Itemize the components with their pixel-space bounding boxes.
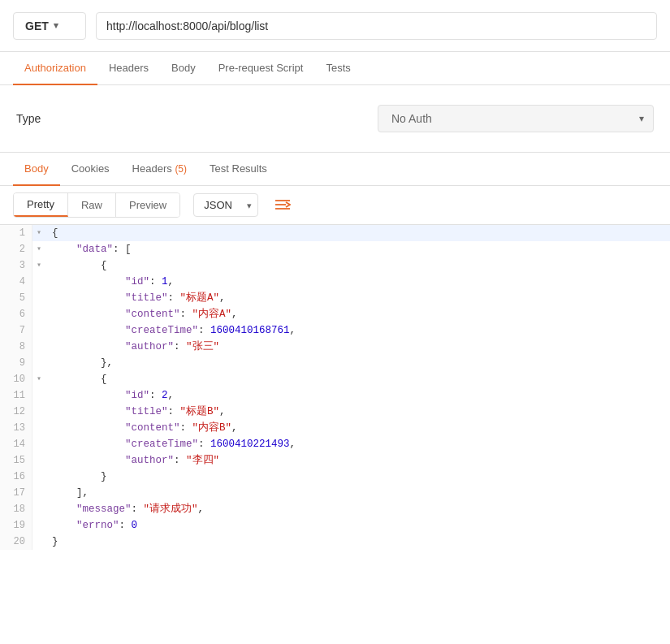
- format-type-wrapper: JSON XML HTML Text ▾: [193, 193, 258, 217]
- line-number: 19: [0, 517, 32, 534]
- headers-badge: (5): [175, 163, 187, 175]
- tab-tests[interactable]: Tests: [314, 52, 361, 85]
- table-row: 7 "createTime": 1600410168761,: [0, 322, 670, 339]
- line-number: 12: [0, 404, 32, 420]
- tab-pre-request-script[interactable]: Pre-request Script: [207, 52, 315, 85]
- tab-authorization[interactable]: Authorization: [13, 52, 97, 85]
- line-number: 5: [0, 290, 32, 306]
- table-row: 8 "author": "张三": [0, 339, 670, 355]
- format-type-select[interactable]: JSON XML HTML Text: [193, 193, 258, 217]
- line-number: 9: [0, 355, 32, 371]
- line-content: "message": "请求成功",: [45, 501, 210, 517]
- tab-response-cookies[interactable]: Cookies: [60, 153, 121, 186]
- line-toggle[interactable]: ▾: [32, 257, 45, 274]
- line-number: 6: [0, 306, 32, 322]
- format-tabs: Pretty Raw Preview: [13, 192, 180, 218]
- table-row: 15 "author": "李四": [0, 452, 670, 469]
- table-row: 14 "createTime": 1600410221493,: [0, 436, 670, 452]
- line-content: "createTime": 1600410168761,: [45, 322, 302, 339]
- line-content: "data": [: [45, 241, 138, 257]
- table-row: 18 "message": "请求成功",: [0, 501, 670, 517]
- line-number: 20: [0, 534, 32, 550]
- tab-response-body[interactable]: Body: [13, 153, 60, 186]
- line-content: }: [45, 534, 65, 550]
- table-row: 17 ],: [0, 485, 670, 501]
- table-row: 10▾ {: [0, 371, 670, 387]
- line-content: "createTime": 1600410221493,: [45, 436, 302, 452]
- line-number: 11: [0, 387, 32, 404]
- auth-row: Type No Auth Bearer Token Basic Auth API…: [16, 105, 654, 132]
- line-number: 13: [0, 420, 32, 436]
- response-toolbar: Pretty Raw Preview JSON XML HTML Text ▾: [0, 186, 670, 225]
- line-content: {: [45, 257, 114, 274]
- line-content: "author": "张三": [45, 339, 226, 355]
- line-toggle[interactable]: ▾: [32, 371, 45, 387]
- auth-section: Type No Auth Bearer Token Basic Auth API…: [0, 85, 670, 153]
- line-number: 18: [0, 501, 32, 517]
- table-row: 6 "content": "内容A",: [0, 306, 670, 322]
- line-number: 2: [0, 241, 32, 257]
- line-number: 10: [0, 371, 32, 387]
- chevron-down-icon: ▾: [54, 20, 58, 31]
- code-editor: 1▾{2▾ "data": [3▾ {4 "id": 1,5 "title": …: [0, 225, 670, 550]
- table-row: 20 }: [0, 534, 670, 550]
- table-row: 1▾{: [0, 225, 670, 241]
- line-content: "title": "标题B",: [45, 404, 232, 420]
- line-content: },: [45, 355, 119, 371]
- url-input[interactable]: [96, 12, 657, 40]
- format-pretty-button[interactable]: Pretty: [14, 193, 68, 217]
- line-number: 8: [0, 339, 32, 355]
- format-preview-button[interactable]: Preview: [116, 193, 179, 217]
- line-content: "errno": 0: [45, 517, 144, 534]
- tab-body[interactable]: Body: [160, 52, 207, 85]
- line-content: "id": 1,: [45, 274, 180, 290]
- line-number: 3: [0, 257, 32, 274]
- line-number: 7: [0, 322, 32, 339]
- table-row: 16 }: [0, 469, 670, 485]
- line-number: 15: [0, 452, 32, 469]
- line-number: 16: [0, 469, 32, 485]
- line-content: "author": "李四": [45, 452, 226, 469]
- format-raw-button[interactable]: Raw: [68, 193, 116, 217]
- table-row: 2▾ "data": [: [0, 241, 670, 257]
- table-row: 13 "content": "内容B",: [0, 420, 670, 436]
- table-row: 3▾ {: [0, 257, 670, 274]
- line-number: 4: [0, 274, 32, 290]
- auth-type-select[interactable]: No Auth Bearer Token Basic Auth API Key: [378, 105, 654, 132]
- tab-response-headers[interactable]: Headers (5): [121, 153, 198, 186]
- url-bar: GET ▾: [0, 0, 670, 52]
- auth-type-label: Type: [16, 112, 65, 125]
- table-row: 12 "title": "标题B",: [0, 404, 670, 420]
- word-wrap-button[interactable]: [268, 193, 297, 218]
- line-toggle[interactable]: ▾: [32, 241, 45, 257]
- line-content: "title": "标题A",: [45, 290, 232, 306]
- tab-headers[interactable]: Headers: [97, 52, 160, 85]
- line-number: 14: [0, 436, 32, 452]
- line-number: 17: [0, 485, 32, 501]
- table-row: 9 },: [0, 355, 670, 371]
- tab-response-test-results[interactable]: Test Results: [198, 153, 279, 186]
- line-number: 1: [0, 225, 32, 241]
- line-content: "content": "内容B",: [45, 420, 244, 436]
- table-row: 19 "errno": 0: [0, 517, 670, 534]
- auth-select-wrapper: No Auth Bearer Token Basic Auth API Key …: [378, 105, 654, 132]
- method-dropdown[interactable]: GET ▾: [13, 12, 86, 40]
- table-row: 11 "id": 2,: [0, 387, 670, 404]
- response-tabs: Body Cookies Headers (5) Test Results: [0, 153, 670, 186]
- line-content: }: [45, 469, 114, 485]
- line-toggle[interactable]: ▾: [32, 225, 45, 241]
- table-row: 5 "title": "标题A",: [0, 290, 670, 306]
- line-content: "id": 2,: [45, 387, 180, 404]
- line-content: "content": "内容A",: [45, 306, 244, 322]
- request-tabs: Authorization Headers Body Pre-request S…: [0, 52, 670, 85]
- line-content: ],: [45, 485, 95, 501]
- method-text: GET: [25, 19, 49, 32]
- line-content: {: [45, 371, 114, 387]
- table-row: 4 "id": 1,: [0, 274, 670, 290]
- line-content: {: [45, 225, 65, 241]
